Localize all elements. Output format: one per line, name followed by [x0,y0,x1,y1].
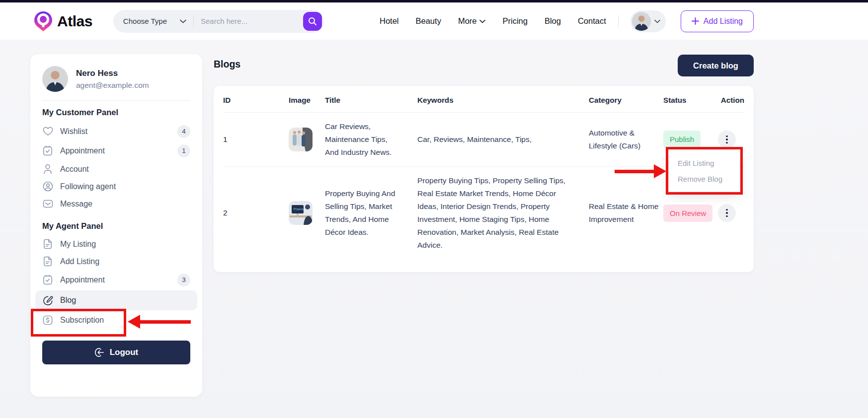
column-header-status: Status [663,96,718,104]
envelope-icon [42,199,53,209]
column-header-id: ID [223,96,289,104]
sidebar-item-subscription[interactable]: Subscription [42,311,190,329]
nav-link-blog[interactable]: Blog [545,16,561,26]
sidebar-item-blog[interactable]: Blog [35,290,197,310]
section-title-customer-panel: My Customer Panel [42,108,190,117]
chevron-down-icon [180,19,186,23]
avatar [42,66,68,92]
row-actions-menu: Edit Listing Remove Blog [669,150,739,192]
sidebar-item-message[interactable]: Message [42,195,190,212]
document-icon [42,239,53,250]
blog-action [718,204,744,222]
nav-link-hotel[interactable]: Hotel [380,16,399,26]
menu-item-edit-listing[interactable]: Edit Listing [678,159,739,167]
menu-item-remove-blog[interactable]: Remove Blog [678,175,739,183]
blog-category: Automotive & Lifestyle (Cars) [589,127,663,152]
blog-thumbnail: Property [289,201,325,225]
blog-keywords: Property Buying Tips, Property Selling T… [417,174,589,252]
search-button[interactable] [303,12,322,31]
type-select[interactable]: Choose Type [123,17,186,25]
user-menu[interactable] [631,10,666,32]
document-icon [42,256,53,267]
search-bar: Choose Type [113,10,324,33]
sidebar-item-label: Account [60,165,89,174]
search-icon [308,17,317,26]
nav-link-label: Contact [578,16,606,26]
user-circle-icon [42,181,53,192]
page-title: Blogs [214,59,240,70]
sidebar-item-add-listing[interactable]: Add Listing [42,253,190,270]
edit-pen-icon [42,295,53,306]
atlas-dashboard-page: Atlas Choose Type Hotel Beauty More [0,0,868,418]
nav-link-more[interactable]: More [458,16,486,26]
logout-label: Logout [110,348,139,357]
brand[interactable]: Atlas [34,11,92,32]
column-header-action: Action [718,96,744,104]
sidebar-item-following-agent[interactable]: Following agent [42,178,190,195]
nav-divider [618,15,619,28]
sidebar-item-label: Message [60,200,92,209]
dollar-icon [42,315,53,326]
navbar: Atlas Choose Type Hotel Beauty More [0,2,868,40]
profile: Nero Hess agent@example.com [42,66,190,92]
search-divider [193,15,194,27]
nav-link-label: More [458,16,477,26]
profile-email: agent@example.com [76,81,149,90]
sidebar-item-appointment-agent[interactable]: Appointment 3 [42,270,190,289]
sidebar-item-label: Appointment [60,276,105,284]
search-input[interactable] [201,17,303,25]
column-header-category: Category [589,96,663,104]
user-icon [42,164,53,175]
status-badge-publish: Publish [663,131,701,148]
blog-title: Car Reviews, Maintenance Tips, And Indus… [325,120,417,159]
brand-name: Atlas [57,13,92,30]
sidebar-item-label: Blog [60,296,76,305]
blog-thumbnail [289,128,325,151]
sidebar-item-label: Add Listing [60,257,99,266]
appointment-count-badge: 1 [177,144,190,157]
blog-keywords: Car, Reviews, Maintenance, Tips, [417,133,589,146]
profile-name: Nero Hess [76,69,149,78]
table-header-row: ID Image Title Keywords Category Status … [223,88,744,113]
nav-link-label: Blog [545,16,561,26]
sidebar-item-label: Subscription [60,316,104,325]
blog-action [718,131,744,148]
sidebar-item-label: My Listing [60,240,96,249]
sidebar-item-account[interactable]: Account [42,160,190,178]
logout-icon [94,348,104,357]
row-actions-button[interactable] [718,131,736,148]
column-header-title: Title [325,96,417,104]
sidebar-divider [42,100,190,101]
type-select-value: Choose Type [123,17,167,25]
column-header-keywords: Keywords [417,96,589,104]
nav-link-contact[interactable]: Contact [578,16,606,26]
sidebar-item-wishlist[interactable]: Wishlist 4 [42,122,190,141]
heart-icon [42,126,53,137]
sidebar-item-label: Following agent [60,182,116,191]
sidebar-item-label: Wishlist [60,127,87,136]
nav-link-pricing[interactable]: Pricing [502,16,527,26]
row-actions-button[interactable] [718,204,736,222]
logout-button[interactable]: Logout [42,341,190,364]
add-listing-button[interactable]: Add Listing [681,10,754,32]
appointment-count-badge: 3 [177,274,190,286]
sidebar-item-appointment[interactable]: Appointment 1 [42,141,190,160]
plus-icon [692,17,699,25]
clipboard-check-icon [42,275,53,285]
avatar [632,12,651,31]
blog-id: 1 [223,133,289,146]
section-title-agent-panel: My Agent Panel [42,221,190,231]
add-listing-label: Add Listing [704,17,743,26]
nav-link-beauty[interactable]: Beauty [416,16,441,26]
sidebar: Nero Hess agent@example.com My Customer … [30,54,202,397]
chevron-down-icon [654,19,660,23]
wishlist-count-badge: 4 [177,125,190,138]
blog-status: Publish [663,131,718,148]
sidebar-item-my-listing[interactable]: My Listing [42,235,190,253]
clipboard-check-icon [42,145,53,156]
status-badge-on-review: On Review [663,205,712,222]
table-row: 2 Property Property Buying And Selling T… [223,167,744,259]
create-blog-button[interactable]: Create blog [678,55,754,76]
blog-title: Property Buying And Selling Tips, Market… [325,187,417,239]
chevron-down-icon [479,19,485,23]
